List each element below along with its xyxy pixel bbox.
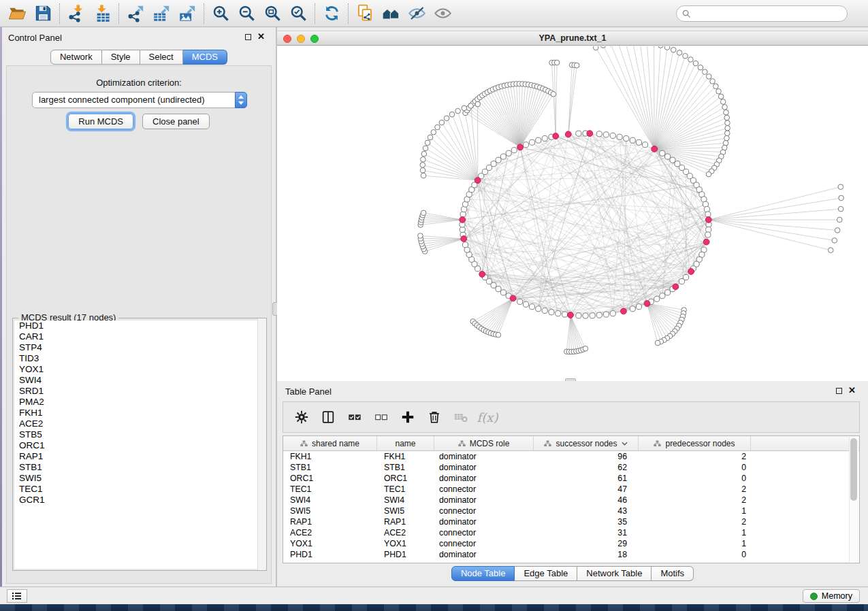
export-table-button[interactable] bbox=[148, 2, 174, 25]
mcds-result-item[interactable]: PMA2 bbox=[14, 397, 265, 408]
zoom-selected-button[interactable] bbox=[285, 2, 311, 25]
delete-column-button[interactable] bbox=[425, 408, 443, 426]
table-cell: STB1 bbox=[283, 462, 377, 473]
refresh-icon bbox=[323, 4, 341, 22]
mcds-result-item[interactable]: SWI5 bbox=[14, 473, 265, 484]
float-panel-icon[interactable] bbox=[245, 34, 251, 40]
tab-select[interactable]: Select bbox=[140, 50, 183, 65]
run-mcds-button[interactable]: Run MCDS bbox=[68, 114, 133, 129]
mcds-result-item[interactable]: CAR1 bbox=[14, 331, 265, 342]
table-cell: ORC1 bbox=[377, 473, 434, 484]
table-scrollbar-thumb[interactable] bbox=[850, 438, 857, 501]
export-image-icon bbox=[178, 4, 197, 22]
mcds-result-item[interactable]: ACE2 bbox=[14, 418, 265, 429]
table-row[interactable]: PHD1PHD1dominator180 bbox=[283, 549, 859, 560]
mcds-result-item[interactable]: STP4 bbox=[14, 342, 265, 353]
first-neighbors-button[interactable] bbox=[378, 2, 404, 25]
mcds-result-item[interactable]: FKH1 bbox=[14, 408, 265, 418]
table-cell: SWI4 bbox=[283, 495, 377, 506]
table-cell: SWI5 bbox=[377, 506, 434, 516]
deselect-all-rows-button[interactable] bbox=[372, 408, 390, 426]
show-columns-button[interactable] bbox=[319, 408, 337, 426]
refresh-button[interactable] bbox=[319, 2, 344, 25]
gear-icon bbox=[294, 410, 309, 425]
open-session-button[interactable] bbox=[4, 2, 30, 25]
table-cell: 35 bbox=[534, 516, 639, 527]
duplicate-network-button[interactable] bbox=[352, 2, 378, 25]
tab-style[interactable]: Style bbox=[102, 50, 140, 65]
network-canvas[interactable] bbox=[277, 46, 868, 382]
tab-network-table[interactable]: Network Table bbox=[577, 566, 652, 581]
tab-motifs[interactable]: Motifs bbox=[652, 566, 694, 581]
search-input[interactable] bbox=[694, 7, 847, 20]
tab-network[interactable]: Network bbox=[50, 50, 102, 65]
column-header-mcds-role[interactable]: MCDS role bbox=[434, 436, 534, 450]
table-cell: PHD1 bbox=[283, 549, 377, 560]
export-image-button[interactable] bbox=[174, 2, 200, 25]
column-header-predecessor-nodes[interactable]: predecessor nodes bbox=[639, 436, 751, 450]
table-settings-button[interactable] bbox=[293, 408, 310, 426]
save-session-button[interactable] bbox=[30, 2, 56, 25]
mcds-result-item[interactable]: ORC1 bbox=[14, 440, 265, 451]
table-row[interactable]: ORC1ORC1dominator610 bbox=[283, 473, 859, 484]
export-network-button[interactable] bbox=[123, 2, 148, 25]
table-row[interactable]: YOX1YOX1connector291 bbox=[283, 538, 859, 549]
table-cell: RAP1 bbox=[283, 516, 377, 527]
mcds-result-item[interactable]: SRD1 bbox=[14, 386, 265, 397]
memory-button[interactable]: Memory bbox=[803, 589, 860, 603]
tab-edge-table[interactable]: Edge Table bbox=[515, 566, 577, 581]
close-panel-icon[interactable]: ✕ bbox=[257, 31, 265, 42]
table-cell: 0 bbox=[639, 462, 751, 473]
import-table-button[interactable] bbox=[89, 2, 115, 25]
table-row[interactable]: RAP1RAP1dominator352 bbox=[283, 516, 859, 527]
hide-selected-button[interactable] bbox=[404, 2, 430, 25]
mcds-list-scrollbar[interactable] bbox=[257, 318, 266, 570]
search-field[interactable] bbox=[676, 5, 848, 22]
zoom-out-button[interactable] bbox=[234, 2, 259, 25]
shared-column-icon bbox=[544, 440, 551, 447]
table-row[interactable]: ACE2ACE2connector311 bbox=[283, 527, 859, 538]
table-panel: Table Panel ✕ f(x) shared name name MCDS… bbox=[277, 381, 868, 587]
table-row[interactable]: FKH1FKH1dominator962 bbox=[283, 451, 859, 462]
select-all-rows-button[interactable] bbox=[346, 408, 364, 426]
import-network-button[interactable] bbox=[63, 2, 89, 25]
table-row[interactable]: SWI5SWI5connector431 bbox=[283, 506, 859, 516]
table-cell: dominator bbox=[434, 549, 534, 560]
mcds-result-item[interactable]: SWI4 bbox=[14, 375, 265, 386]
close-table-panel-icon[interactable]: ✕ bbox=[848, 385, 856, 395]
shared-column-icon bbox=[654, 440, 661, 447]
optimization-criterion-select[interactable]: largest connected component (undirected) bbox=[32, 92, 247, 108]
network-window-titlebar[interactable]: YPA_prune.txt_1 bbox=[277, 31, 868, 46]
add-column-button[interactable] bbox=[399, 408, 417, 426]
float-table-panel-icon[interactable] bbox=[836, 388, 842, 394]
mcds-result-list[interactable]: PHD1CAR1STP4TID3YOX1SWI4SRD1PMA2FKH1ACE2… bbox=[14, 320, 265, 569]
table-row[interactable]: STB1STB1dominator620 bbox=[283, 462, 859, 473]
mcds-result-item[interactable]: STB1 bbox=[14, 462, 265, 473]
table-row[interactable]: SWI4SWI4dominator462 bbox=[283, 495, 859, 506]
column-header-successor-nodes[interactable]: successor nodes bbox=[534, 436, 639, 450]
close-panel-button[interactable]: Close panel bbox=[142, 114, 210, 129]
main-toolbar bbox=[0, 0, 868, 27]
mcds-result-item[interactable]: GCR1 bbox=[14, 495, 265, 506]
mcds-result-item[interactable]: TID3 bbox=[14, 353, 265, 364]
table-row[interactable]: TEC1TEC1connector472 bbox=[283, 484, 859, 495]
tab-mcds[interactable]: MCDS bbox=[183, 50, 227, 65]
table-cell: PHD1 bbox=[377, 549, 434, 560]
table-cell: SWI5 bbox=[283, 506, 377, 516]
table-scrollbar[interactable] bbox=[849, 437, 858, 562]
tab-node-table[interactable]: Node Table bbox=[451, 566, 515, 581]
zoom-fit-button[interactable] bbox=[259, 2, 285, 25]
column-header-name[interactable]: name bbox=[377, 436, 434, 450]
mcds-result-item[interactable]: RAP1 bbox=[14, 451, 265, 462]
column-header-shared-name[interactable]: shared name bbox=[283, 436, 377, 450]
control-panel-title: Control Panel bbox=[8, 33, 62, 43]
mcds-tab-content: Optimization criterion: largest connecte… bbox=[6, 65, 272, 584]
mcds-result-item[interactable]: YOX1 bbox=[14, 364, 265, 375]
status-menu-button[interactable] bbox=[7, 589, 27, 603]
mcds-result-item[interactable]: STB5 bbox=[14, 429, 265, 440]
show-all-button[interactable] bbox=[430, 2, 455, 25]
zoom-in-button[interactable] bbox=[208, 2, 234, 25]
table-cell: 2 bbox=[639, 516, 751, 527]
mcds-result-item[interactable]: PHD1 bbox=[14, 320, 265, 331]
mcds-result-item[interactable]: TEC1 bbox=[14, 484, 265, 495]
